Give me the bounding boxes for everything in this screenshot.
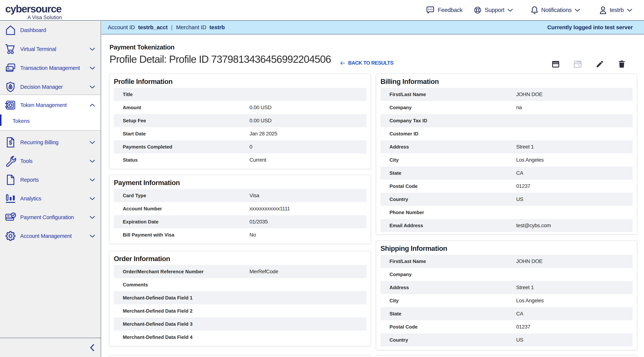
- svg-text:$: $: [9, 139, 12, 146]
